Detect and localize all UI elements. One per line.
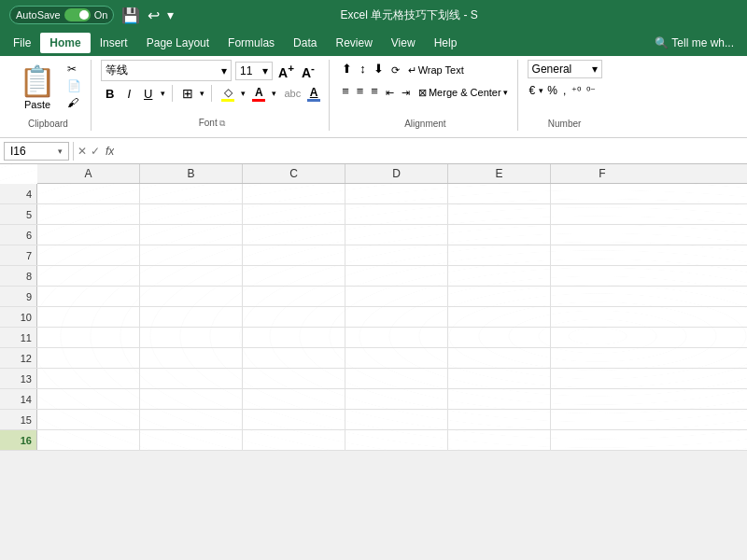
- copy-button[interactable]: 📄: [63, 78, 85, 93]
- cell-B11[interactable]: [140, 328, 243, 347]
- format-painter-button[interactable]: 🖌: [63, 95, 85, 110]
- row-num-13[interactable]: 13: [0, 369, 37, 388]
- font-name-dropdown[interactable]: 等线 ▾: [101, 60, 232, 81]
- cell-E9[interactable]: [448, 287, 551, 306]
- right-align-button[interactable]: ≡: [368, 82, 381, 100]
- autosave-badge[interactable]: AutoSave On: [9, 6, 114, 24]
- row-num-4[interactable]: 4: [0, 184, 37, 203]
- cell-B13[interactable]: [140, 369, 243, 388]
- cell-F14[interactable]: [551, 389, 654, 409]
- menu-formulas[interactable]: Formulas: [218, 33, 284, 53]
- number-format-dropdown[interactable]: General ▾: [528, 60, 602, 78]
- col-header-e[interactable]: E: [448, 164, 551, 183]
- cell-B14[interactable]: [140, 389, 243, 409]
- cell-F12[interactable]: [551, 348, 654, 368]
- cell-C12[interactable]: [243, 348, 345, 368]
- col-header-f[interactable]: F: [551, 164, 654, 183]
- undo-icon[interactable]: ↩: [148, 7, 160, 24]
- center-align-button[interactable]: ≡: [354, 82, 367, 100]
- borders-dropdown-arrow[interactable]: ▾: [200, 89, 204, 98]
- row-num-5[interactable]: 5: [0, 204, 37, 224]
- cell-D8[interactable]: [345, 266, 448, 286]
- cell-F16[interactable]: [551, 430, 654, 450]
- cell-D4[interactable]: [345, 184, 448, 203]
- cell-A11[interactable]: [37, 328, 140, 347]
- indent-dec-button[interactable]: ⇤: [383, 85, 397, 101]
- cell-A9[interactable]: [37, 287, 140, 306]
- cell-E5[interactable]: [448, 204, 551, 224]
- menu-review[interactable]: Review: [326, 33, 381, 53]
- cell-C14[interactable]: [243, 389, 345, 409]
- font-shrink-button[interactable]: A-: [300, 62, 317, 80]
- cell-D9[interactable]: [345, 287, 448, 306]
- row-num-7[interactable]: 7: [0, 245, 37, 265]
- cell-F13[interactable]: [551, 369, 654, 388]
- cell-D13[interactable]: [345, 369, 448, 388]
- menu-view[interactable]: View: [382, 33, 425, 53]
- cell-A16[interactable]: [37, 430, 140, 450]
- autosave-toggle[interactable]: [64, 8, 91, 21]
- row-num-6[interactable]: 6: [0, 225, 37, 245]
- menu-file[interactable]: File: [4, 33, 40, 53]
- cell-C16[interactable]: [243, 430, 345, 450]
- cell-A14[interactable]: [37, 389, 140, 409]
- cell-A13[interactable]: [37, 369, 140, 388]
- formula-input[interactable]: [114, 145, 743, 158]
- name-box[interactable]: I16 ▾: [4, 142, 69, 161]
- cell-D10[interactable]: [345, 307, 448, 327]
- cell-A8[interactable]: [37, 266, 140, 286]
- cell-E16[interactable]: [448, 430, 551, 450]
- top-align-button[interactable]: ⬆: [339, 60, 355, 77]
- font-color-button[interactable]: A: [249, 85, 268, 103]
- cell-F4[interactable]: [551, 184, 654, 203]
- cell-E12[interactable]: [448, 348, 551, 368]
- cell-A6[interactable]: [37, 225, 140, 245]
- col-header-b[interactable]: B: [140, 164, 243, 183]
- cell-E4[interactable]: [448, 184, 551, 203]
- merge-arrow[interactable]: ▾: [503, 88, 508, 97]
- row-num-14[interactable]: 14: [0, 389, 37, 409]
- cell-E7[interactable]: [448, 245, 551, 265]
- cell-D5[interactable]: [345, 204, 448, 224]
- cell-A10[interactable]: [37, 307, 140, 327]
- percent-button[interactable]: %: [545, 82, 559, 99]
- cell-C11[interactable]: [243, 328, 345, 347]
- name-box-arrow[interactable]: ▾: [58, 147, 63, 156]
- cell-C8[interactable]: [243, 266, 345, 286]
- bot-align-button[interactable]: ⬇: [371, 60, 387, 77]
- cell-A7[interactable]: [37, 245, 140, 265]
- cell-A4[interactable]: [37, 184, 140, 203]
- cell-A5[interactable]: [37, 204, 140, 224]
- cell-C15[interactable]: [243, 410, 345, 429]
- menu-data[interactable]: Data: [284, 33, 326, 53]
- cell-F15[interactable]: [551, 410, 654, 429]
- cell-F10[interactable]: [551, 307, 654, 327]
- italic-button[interactable]: I: [122, 85, 135, 103]
- cell-C9[interactable]: [243, 287, 345, 306]
- cell-A12[interactable]: [37, 348, 140, 368]
- cell-D14[interactable]: [345, 389, 448, 409]
- text-color-button[interactable]: A: [304, 85, 323, 103]
- currency-arrow[interactable]: ▾: [539, 86, 543, 95]
- paste-button[interactable]: 📋 Paste: [11, 60, 63, 114]
- cell-F9[interactable]: [551, 287, 654, 306]
- row-num-16[interactable]: 16: [0, 430, 37, 450]
- cell-E15[interactable]: [448, 410, 551, 429]
- cell-E8[interactable]: [448, 266, 551, 286]
- orient-button[interactable]: ⟳: [388, 63, 402, 78]
- cell-C7[interactable]: [243, 245, 345, 265]
- cell-B10[interactable]: [140, 307, 243, 327]
- cell-C6[interactable]: [243, 225, 345, 245]
- underline-dropdown-arrow[interactable]: ▾: [161, 89, 165, 98]
- cell-F7[interactable]: [551, 245, 654, 265]
- cancel-formula-button[interactable]: ✕: [78, 145, 87, 158]
- cell-E10[interactable]: [448, 307, 551, 327]
- save-icon[interactable]: 💾: [121, 7, 140, 24]
- cell-D12[interactable]: [345, 348, 448, 368]
- indent-inc-button[interactable]: ⇥: [399, 85, 413, 101]
- left-align-button[interactable]: ≡: [339, 82, 352, 100]
- fill-color-button[interactable]: ◇: [218, 85, 237, 103]
- cell-E11[interactable]: [448, 328, 551, 347]
- cell-B9[interactable]: [140, 287, 243, 306]
- cell-C4[interactable]: [243, 184, 345, 203]
